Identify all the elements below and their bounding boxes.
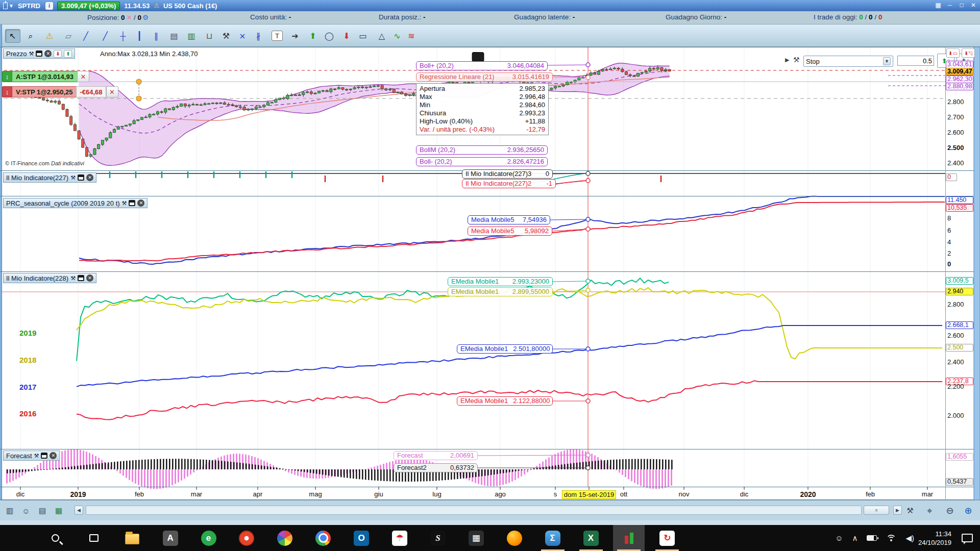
timeline-label[interactable]: dic [740,490,749,498]
chart-mode-icon[interactable]: ▥ [3,505,16,517]
order-settings-wrench-icon[interactable]: ⚒ [793,56,800,64]
wifi-icon[interactable] [886,535,896,542]
timeline-label[interactable]: mar [191,490,202,498]
timeline-label[interactable]: feb [135,490,144,498]
panel-header-seasonal[interactable]: PRC_seasonal_cycle (2009 2019 20 t) ⚒ ✕ [3,198,148,208]
drag-handle-icon[interactable]: ↕ [2,71,12,82]
clock-time: 11:34 [918,530,951,538]
zoom-in-icon[interactable]: ⊕ [962,505,975,517]
cancel-order-icon[interactable]: ✕ [106,86,118,97]
scroll-left-button[interactable]: ◀ [75,506,83,515]
chart-settings-icon[interactable]: ⚒ [903,505,917,517]
ohlc-row: Min2.984,60 [420,101,545,109]
firefox-icon [507,531,522,546]
timeline-label[interactable]: mag [309,490,322,498]
taskbar-app-file-explorer[interactable] [116,525,148,551]
timeline-label[interactable]: mar [922,490,933,498]
collapse-panel-button[interactable]: ⬇▭ [946,48,960,58]
wrench-icon[interactable]: ⚒ [29,51,34,57]
grid-view-icon[interactable]: ▦ [52,505,65,517]
taskbar-app-calculator[interactable]: ▦ [460,525,492,551]
ohlc-value: 2.984,60 [519,101,545,109]
cancel-order-icon[interactable]: ✕ [77,71,89,82]
drag-handle-icon[interactable]: ↕ [2,86,12,97]
taskbar-app-search[interactable] [40,525,71,551]
panel-header-forecast[interactable]: Forecast ⚒ ✕ [3,450,60,461]
taskbar-app-chrome[interactable] [307,525,339,551]
scrollbar-track[interactable] [86,506,862,515]
taskbar-app-app-pinwheel[interactable] [269,525,301,551]
axis-tick-seasonal: 6 [947,227,951,234]
palette-swatch[interactable] [472,52,484,62]
timeline-label[interactable]: 2020 [800,490,816,498]
close-icon[interactable]: ✕ [86,174,93,181]
taskbar-app-excel[interactable]: X [575,525,607,551]
year-range-label: Anno:Max 3.028,13 Min 2.438,70 [100,50,198,58]
timeline-label[interactable]: 2019 [70,490,86,498]
wrench-icon[interactable]: ⚒ [70,174,76,181]
timeline-label[interactable]: lug [432,490,441,498]
volume-icon[interactable]: ◀) [905,534,914,543]
taskbar-app-app-gray[interactable]: A [155,525,186,551]
close-icon[interactable]: ✕ [50,452,57,459]
ohlc-row: High-Low (0,40%)+11,88 [420,117,545,126]
sell-stop-order-badge[interactable]: ↕ V:STP 1@2.950,25 -€64,68 ✕ [2,86,118,97]
taskbar-app-outlook[interactable]: O [346,525,377,551]
clock-widget[interactable]: 11:3424/10/2019 [918,525,951,551]
timeline-label[interactable]: ott [620,490,627,498]
close-icon[interactable]: ✕ [137,199,144,207]
taskbar-app-app-green[interactable]: e [193,525,225,551]
panel-header-ind228[interactable]: Il Mio Indicatore(228) ⚒ ✕ [3,273,96,283]
wrench-icon[interactable]: ⚒ [122,200,127,207]
panel-header-prezzo[interactable]: Prezzo ⚒ ✕ ⬇ ⬆ [3,48,75,59]
window-icon[interactable] [129,200,135,206]
chevron-up-icon[interactable]: ∧ [852,534,857,543]
timeline-label[interactable]: apr [253,490,263,498]
timeline-label[interactable]: giu [374,490,383,498]
close-icon[interactable]: ✕ [44,50,52,57]
battery-icon[interactable] [867,535,877,541]
axis-label-emedia-teal: 3.009,5 [946,277,973,285]
timeline-label[interactable]: nov [679,490,690,498]
scrollbar-thumb[interactable]: ≡ [864,506,889,515]
notification-center[interactable] [962,525,973,551]
zoom-out-icon[interactable]: ⊖ [943,505,957,517]
timeline-label[interactable]: dic [16,490,25,498]
close-icon[interactable]: ✕ [86,274,93,282]
page-layout-icon[interactable]: ▤ [36,505,49,517]
timeline-label[interactable]: feb [866,490,875,498]
taskbar-app-sync[interactable]: ↻ [651,525,683,551]
buy-stop-order-badge[interactable]: ↕ A:STP 1@3.014,93 ✕ [2,71,89,82]
sell-arrow-button[interactable]: ⬇ [54,50,62,58]
zoom-range-icon[interactable]: ⌖ [923,505,936,517]
buy-arrow-button[interactable]: ⬆ [64,50,72,58]
scroll-right-button[interactable]: ▶ [893,506,902,515]
qty-input[interactable]: 0.5 [897,56,934,66]
panel-header-ind227[interactable]: Il Mio Indicatore(227) ⚒ ✕ [3,172,96,183]
collapse-panel-button-2[interactable]: ⬇◹ [962,48,975,58]
taskbar-app-app-script[interactable]: S [422,525,454,551]
people-icon[interactable]: ☺ [835,534,843,542]
taskbar-app-avira[interactable]: ☂ [384,525,415,551]
axis-tick-ind228: 2.600 [947,332,964,339]
window-icon[interactable] [36,51,42,57]
timeline-label[interactable]: s [554,490,557,498]
window-icon[interactable] [78,275,84,281]
wrench-icon[interactable]: ⚒ [34,453,39,459]
window-icon[interactable] [78,174,84,181]
expand-arrow-icon[interactable]: ▶ [785,57,789,63]
taskbar-app-task-view[interactable] [78,525,110,551]
taskbar-app-start[interactable] [2,525,33,551]
taskbar-app-app-orange[interactable] [231,525,262,551]
window-icon[interactable] [41,453,47,459]
taskbar-app-app-sigma[interactable]: Σ [537,525,569,551]
taskbar-app-trading-platform[interactable] [613,525,645,551]
taskbar-app-firefox[interactable] [499,525,530,551]
year-label-2019: 2019 [19,329,36,337]
timeline-label[interactable]: dom 15-set-2019 [562,490,616,499]
chevron-down-icon[interactable]: ▼ [883,57,891,65]
wrench-icon[interactable]: ⚒ [70,275,76,282]
anchor-cursor-icon[interactable]: ☺ [19,505,33,517]
order-type-select[interactable]: Stop▼ [803,56,893,67]
timeline-label[interactable]: ago [495,490,506,498]
